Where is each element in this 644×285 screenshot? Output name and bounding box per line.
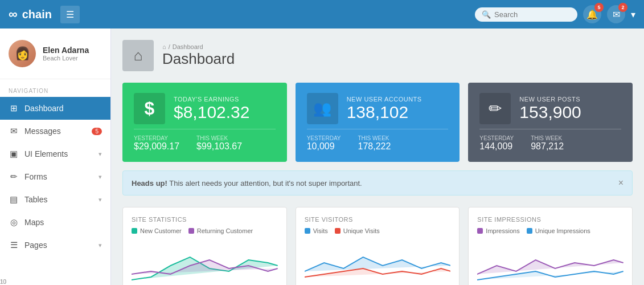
chart-site-statistics: SITE STATISTICS New Customer Returning C… bbox=[122, 207, 287, 285]
page-header-text: ⌂ / Dashboard Dashboard bbox=[162, 43, 235, 68]
main-layout: 👩 Elen Adarna Beach Lover NAVIGATION ⊞ D… bbox=[0, 0, 644, 285]
page-header: ⌂ ⌂ / Dashboard Dashboard bbox=[122, 40, 633, 71]
stat-card-info: TODAY'S EARNINGS $8,102.32 bbox=[174, 96, 249, 122]
nav-section-label: NAVIGATION bbox=[0, 79, 110, 97]
profile-info: Elen Adarna Beach Lover bbox=[43, 46, 89, 62]
nav-left: ∞ chain ☰ bbox=[9, 6, 80, 23]
earnings-label: TODAY'S EARNINGS bbox=[174, 96, 249, 103]
posts-icon: ✏ bbox=[479, 93, 511, 124]
breadcrumb-current: Dashboard bbox=[173, 43, 203, 50]
alert-text: Heads up! This alert needs your attentio… bbox=[132, 179, 362, 188]
legend-label-unique-impressions: Unique Impressions bbox=[535, 227, 590, 234]
top-navigation: ∞ chain ☰ 🔍 🔔 5 ✉ 2 ▾ bbox=[0, 0, 644, 28]
yesterday-value: 10,009 bbox=[307, 141, 341, 152]
earnings-icon: $ bbox=[134, 93, 165, 124]
legend-label-visits: Visits bbox=[313, 227, 328, 234]
chart-svg bbox=[305, 240, 451, 285]
stats-row: $ TODAY'S EARNINGS $8,102.32 YESTERDAY $… bbox=[122, 83, 633, 162]
chevron-down-icon: ▾ bbox=[99, 196, 102, 203]
legend-item-unique-impressions: Unique Impressions bbox=[527, 227, 590, 234]
week-label: THIS WEEK bbox=[531, 135, 564, 141]
forms-icon: ✏ bbox=[9, 172, 19, 182]
legend-label-new: New Customer bbox=[140, 227, 182, 234]
stat-card-users: 👥 NEW USER ACCOUNTS 138,102 YESTERDAY 10… bbox=[296, 83, 460, 162]
maps-icon: ◎ bbox=[9, 217, 19, 227]
chart-area bbox=[477, 240, 624, 285]
users-yesterday: YESTERDAY 10,009 bbox=[307, 135, 341, 152]
chart-area-container: 15 10 bbox=[305, 240, 451, 285]
app-logo: ∞ chain bbox=[9, 7, 52, 22]
chart-site-visitors: SITE VISITORS Visits Unique Visits 15 10 bbox=[296, 207, 460, 285]
legend-label-unique: Unique Visits bbox=[343, 227, 380, 234]
sidebar-profile: 👩 Elen Adarna Beach Lover bbox=[0, 28, 110, 79]
sidebar-item-ui-elements[interactable]: ▣ UI Elements ▾ bbox=[0, 142, 110, 165]
posts-week: THIS WEEK 987,212 bbox=[531, 135, 564, 152]
earnings-yesterday: YESTERDAY $29,009.17 bbox=[134, 135, 179, 152]
avatar: 👩 bbox=[9, 40, 36, 67]
chart-title: SITE VISITORS bbox=[305, 216, 451, 223]
charts-row: SITE STATISTICS New Customer Returning C… bbox=[122, 207, 633, 285]
sidebar-item-pages[interactable]: ☰ Pages ▾ bbox=[0, 234, 110, 256]
search-icon: 🔍 bbox=[482, 10, 491, 19]
chevron-down-icon: ▾ bbox=[99, 173, 102, 181]
app-name: chain bbox=[22, 8, 52, 21]
user-dropdown-button[interactable]: ▾ bbox=[631, 9, 635, 20]
week-label: THIS WEEK bbox=[358, 135, 391, 141]
breadcrumb: ⌂ / Dashboard bbox=[162, 43, 235, 50]
alert-close-button[interactable]: × bbox=[618, 178, 624, 188]
sidebar-item-maps[interactable]: ◎ Maps bbox=[0, 211, 110, 234]
search-input[interactable] bbox=[494, 10, 571, 19]
alert-message: This alert needs your attention, but it'… bbox=[169, 179, 362, 188]
chart-title: SITE IMPRESSIONS bbox=[477, 216, 624, 223]
page-title: Dashboard bbox=[162, 50, 235, 68]
sidebar-item-label: Forms bbox=[24, 172, 47, 181]
yesterday-label: YESTERDAY bbox=[307, 135, 341, 141]
legend-label-impressions: Impressions bbox=[486, 227, 519, 234]
sidebar-item-tables[interactable]: ▤ Tables ▾ bbox=[0, 188, 110, 211]
messages-button[interactable]: ✉ 2 bbox=[607, 5, 625, 23]
legend-dot-returning bbox=[188, 228, 194, 234]
stat-card-top: 👥 NEW USER ACCOUNTS 138,102 bbox=[307, 93, 449, 124]
legend-item-unique: Unique Visits bbox=[335, 227, 380, 234]
yesterday-value: 144,009 bbox=[479, 141, 514, 152]
chart-area bbox=[132, 240, 278, 285]
users-label: NEW USER ACCOUNTS bbox=[347, 96, 422, 103]
menu-toggle-button[interactable]: ☰ bbox=[60, 6, 80, 23]
chart-site-impressions: SITE IMPRESSIONS Impressions Unique Impr… bbox=[468, 207, 633, 285]
chart-area bbox=[305, 240, 451, 285]
logo-icon: ∞ bbox=[9, 7, 18, 22]
sidebar-item-label: Maps bbox=[24, 218, 44, 227]
legend-dot-unique-impressions bbox=[527, 228, 532, 234]
sidebar-item-label: UI Elements bbox=[24, 149, 68, 158]
legend-item-new: New Customer bbox=[132, 227, 182, 234]
week-value: 178,222 bbox=[358, 141, 391, 152]
messages-icon: ✉ bbox=[9, 126, 19, 136]
legend-item-returning: Returning Customer bbox=[188, 227, 253, 234]
alert-box: Heads up! This alert needs your attentio… bbox=[122, 170, 633, 196]
sidebar-item-label: Messages bbox=[24, 127, 61, 136]
users-week: THIS WEEK 178,222 bbox=[358, 135, 391, 152]
legend-dot-impressions bbox=[477, 228, 483, 234]
user-subtitle: Beach Lover bbox=[43, 55, 89, 62]
chart-legend: New Customer Returning Customer bbox=[132, 227, 278, 234]
stat-card-bottom: YESTERDAY 10,009 THIS WEEK 178,222 bbox=[307, 129, 449, 152]
page-icon: ⌂ bbox=[122, 40, 154, 71]
messages-badge: 2 bbox=[618, 3, 627, 12]
ui-elements-icon: ▣ bbox=[9, 149, 19, 159]
stat-card-top: ✏ NEW USER POSTS 153,900 bbox=[479, 93, 621, 124]
dashboard-icon: ⊞ bbox=[9, 103, 19, 113]
week-label: THIS WEEK bbox=[196, 135, 242, 141]
sidebar-item-messages[interactable]: ✉ Messages 5 bbox=[0, 120, 110, 142]
messages-nav-badge: 5 bbox=[92, 128, 102, 135]
legend-label-returning: Returning Customer bbox=[197, 227, 253, 234]
legend-dot-visits bbox=[305, 228, 310, 234]
chart-svg bbox=[477, 240, 624, 285]
stat-card-top: $ TODAY'S EARNINGS $8,102.32 bbox=[134, 93, 276, 124]
notifications-button[interactable]: 🔔 5 bbox=[583, 5, 601, 23]
posts-yesterday: YESTERDAY 144,009 bbox=[479, 135, 514, 152]
stat-card-info: NEW USER ACCOUNTS 138,102 bbox=[347, 96, 422, 122]
sidebar-item-dashboard[interactable]: ⊞ Dashboard bbox=[0, 97, 110, 120]
chevron-down-icon: ▾ bbox=[99, 150, 102, 158]
sidebar-item-forms[interactable]: ✏ Forms ▾ bbox=[0, 165, 110, 188]
chart-legend: Impressions Unique Impressions bbox=[477, 227, 624, 234]
